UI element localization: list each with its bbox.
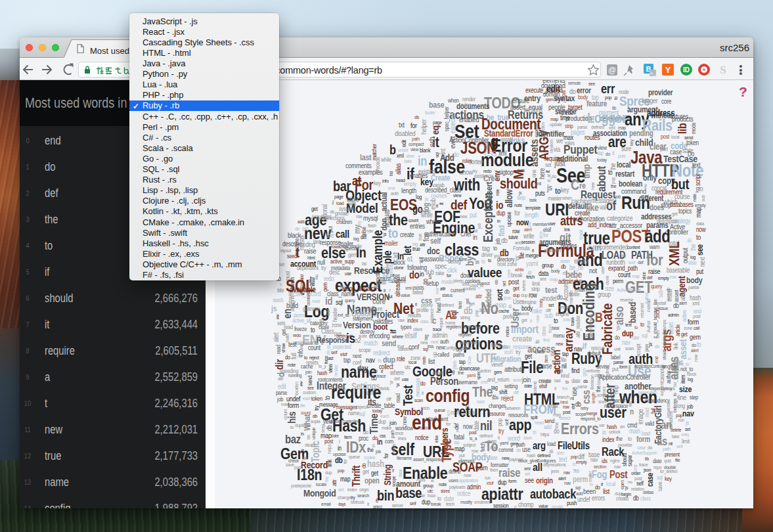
- svg-text:S: S: [720, 64, 726, 76]
- svg-text:@: @: [608, 66, 616, 75]
- svg-text:ID: ID: [683, 66, 690, 74]
- svg-text:Y: Y: [665, 65, 671, 75]
- svg-text:>_: >_: [650, 70, 656, 76]
